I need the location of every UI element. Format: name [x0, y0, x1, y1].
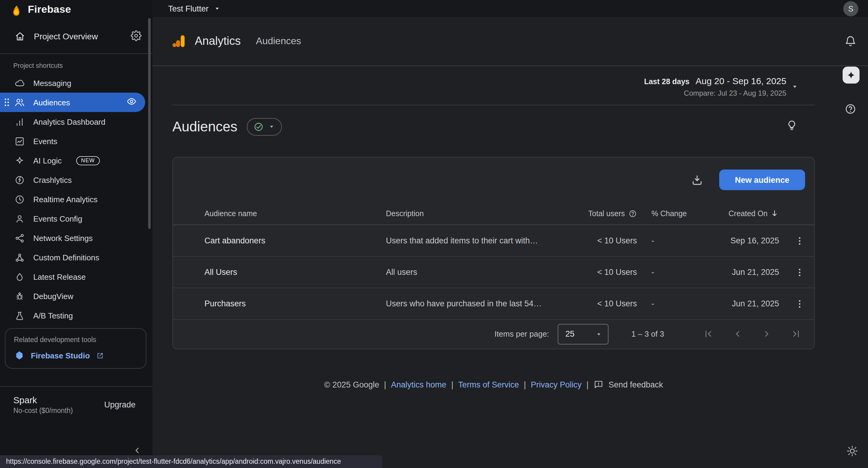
firebase-flame-icon [10, 3, 23, 16]
sidebar-item-realtime-analytics[interactable]: Realtime Analytics [0, 189, 152, 209]
avatar[interactable]: S [843, 1, 858, 16]
date-range-value: Aug 20 - Sep 16, 2025 [695, 76, 786, 86]
row-menu-kebab-icon[interactable] [794, 267, 805, 277]
export-download-icon[interactable] [691, 173, 704, 186]
audience-name-cell[interactable]: All Users [173, 268, 386, 277]
sidebar-item-network-settings[interactable]: Network Settings [0, 228, 152, 247]
product-title: Analytics [195, 34, 241, 48]
project-overview-label: Project Overview [34, 31, 98, 41]
new-audience-button[interactable]: New audience [719, 170, 805, 190]
sidebar-item-messaging[interactable]: Messaging [0, 73, 152, 93]
row-menu-kebab-icon[interactable] [794, 298, 805, 309]
sidebar-item-label: Audiences [33, 98, 70, 107]
pagination-bar: Items per page: 25 1 – 3 of 3 [173, 320, 814, 348]
table-header-row: Audience name Description Total users % … [173, 202, 814, 225]
firebase-studio-link[interactable]: Firebase Studio [14, 350, 137, 361]
table-row[interactable]: Purchasers Users who have purchased in t… [173, 288, 814, 320]
column-header-audience-name: Audience name [173, 209, 386, 218]
sidebar-item-label: Latest Release [33, 272, 86, 281]
privacy-policy-link[interactable]: Privacy Policy [531, 380, 582, 389]
card-toolbar: New audience [173, 157, 814, 202]
previous-page-button[interactable] [727, 324, 748, 344]
sidebar-item-latest-release[interactable]: Latest Release [0, 267, 152, 286]
related-tools-title: Related development tools [14, 336, 137, 343]
sidebar-item-label: A/B Testing [33, 311, 73, 320]
chevron-down-icon [790, 82, 799, 91]
chevron-down-icon [595, 330, 602, 338]
avatar-initial: S [848, 4, 854, 13]
audience-name-cell[interactable]: Cart abandoners [173, 236, 386, 245]
created-on-cell: Jun 21, 2025 [694, 268, 785, 277]
notifications-bell-icon[interactable] [844, 35, 857, 50]
firebase-studio-label: Firebase Studio [31, 351, 90, 360]
bar-chart-icon [14, 117, 25, 127]
audience-name-cell[interactable]: Purchasers [173, 299, 386, 308]
date-range-picker[interactable]: Last 28 days Aug 20 - Sep 16, 2025 Compa… [173, 76, 815, 97]
separator: | [586, 380, 589, 389]
help-icon[interactable] [844, 103, 857, 117]
copyright-text: © 2025 Google [324, 380, 379, 389]
drag-handle-icon[interactable] [4, 97, 10, 107]
crashlytics-icon [14, 175, 25, 185]
total-users-cell: < 10 Users [570, 236, 637, 245]
items-per-page-value: 25 [565, 329, 575, 339]
column-header-change[interactable]: % Change [637, 209, 694, 218]
firebase-console-page: Firebase Project Overview Project shortc… [0, 0, 868, 468]
chevron-down-icon [214, 5, 221, 12]
sidebar-item-label: Analytics Dashboard [33, 117, 105, 126]
page-title: Audiences [173, 118, 238, 135]
breadcrumb-page: Audiences [256, 36, 301, 47]
project-settings-gear-icon[interactable] [131, 30, 142, 43]
column-header-total-users[interactable]: Total users [570, 209, 637, 218]
theme-brightness-icon[interactable] [846, 445, 858, 460]
sidebar-item-custom-definitions[interactable]: Custom Definitions [0, 247, 152, 267]
table-row[interactable]: All Users All users < 10 Users - Jun 21,… [173, 257, 814, 288]
items-per-page-select[interactable]: 25 [558, 324, 609, 344]
project-selector[interactable]: Test Flutter [168, 4, 221, 13]
sidebar-item-audiences[interactable]: Audiences [0, 93, 145, 112]
gemini-assistant-button[interactable] [843, 67, 860, 84]
clock-icon [14, 194, 25, 204]
eye-icon[interactable] [126, 96, 137, 108]
upgrade-button[interactable]: Upgrade [98, 396, 142, 413]
send-feedback-button[interactable]: Send feedback [593, 380, 663, 390]
date-preset: Last 28 days [644, 78, 689, 86]
bug-icon [14, 291, 25, 301]
plan-cost: No-cost ($0/month) [13, 407, 73, 414]
last-page-button[interactable] [785, 324, 806, 344]
sidebar-scrollbar[interactable] [148, 18, 151, 229]
help-circle-icon[interactable] [628, 209, 637, 218]
sidebar-item-ai-logic[interactable]: AI Logic NEW [0, 151, 152, 170]
sidebar-item-debugview[interactable]: DebugView [0, 286, 152, 306]
column-header-created-on[interactable]: Created On [694, 209, 785, 218]
next-page-button[interactable] [756, 324, 777, 344]
cloud-messaging-icon [14, 78, 25, 88]
audience-status-selector[interactable] [247, 118, 282, 135]
sparkle-icon [846, 70, 856, 80]
description-cell: Users that added items to their cart wit… [386, 236, 570, 245]
external-link-icon [96, 351, 104, 359]
first-page-button[interactable] [698, 324, 719, 344]
sidebar-item-analytics-dashboard[interactable]: Analytics Dashboard [0, 112, 152, 131]
events-icon [14, 136, 25, 146]
analytics-home-link[interactable]: Analytics home [391, 380, 446, 389]
chevron-down-icon [268, 123, 276, 130]
product-header: Analytics Audiences [152, 17, 868, 66]
change-cell: - [637, 268, 694, 277]
sidebar-item-events[interactable]: Events [0, 131, 152, 151]
sidebar-item-events-config[interactable]: Events Config [0, 209, 152, 228]
sidebar-item-crashlytics[interactable]: Crashlytics [0, 170, 152, 189]
page-footer: © 2025 Google | Analytics home | Terms o… [173, 380, 815, 390]
shortcuts-section-label: Project shortcuts [0, 54, 152, 73]
table-row[interactable]: Cart abandoners Users that added items t… [173, 225, 814, 257]
terms-of-service-link[interactable]: Terms of Service [458, 380, 519, 389]
sidebar-item-project-overview[interactable]: Project Overview [0, 19, 152, 53]
row-menu-kebab-icon[interactable] [794, 235, 805, 246]
firebase-logo[interactable]: Firebase [0, 0, 152, 19]
description-cell: All users [386, 268, 570, 277]
sidebar-item-ab-testing[interactable]: A/B Testing [0, 306, 152, 325]
insights-lightbulb-icon[interactable] [786, 119, 798, 134]
sidebar-item-label: Messaging [33, 79, 71, 87]
description-cell: Users who have purchased in the last 54… [386, 299, 570, 308]
change-cell: - [637, 236, 694, 245]
